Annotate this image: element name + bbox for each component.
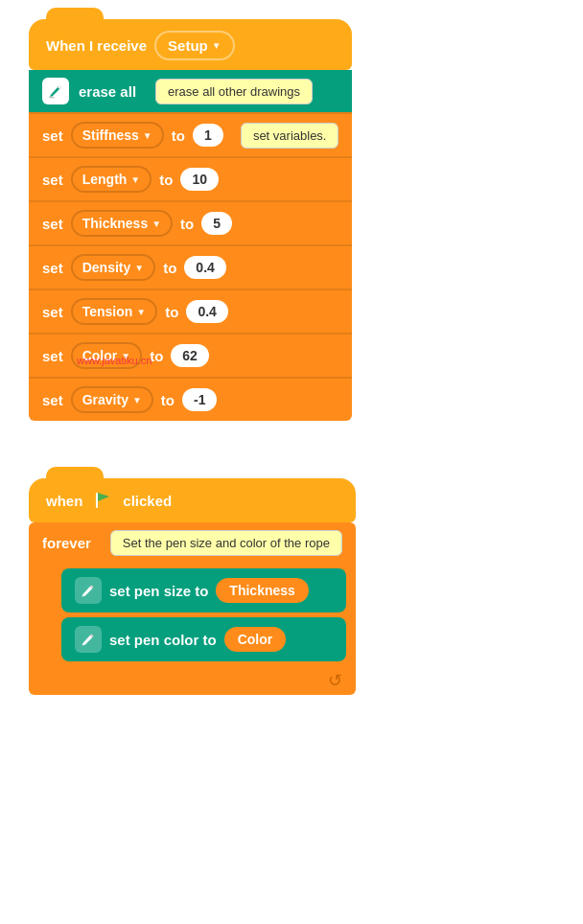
set-row-tension: set Tension ▼ to 0.4 [29, 289, 352, 333]
set-row-gravity: set Gravity ▼ to -1 [29, 377, 352, 421]
to-label-2: to [180, 216, 194, 232]
tooltip-stiffness: set variables. [241, 123, 339, 149]
pen-size-label: set pen size to [109, 583, 208, 599]
set-row-stiffness: set Stiffness ▼ to 1 set variables. [29, 112, 352, 156]
var-tension[interactable]: Tension ▼ [71, 298, 158, 325]
var-color[interactable]: Color ▼ [71, 342, 142, 369]
forever-footer: ↺ [29, 666, 356, 695]
forever-header: forever Set the pen size and color of th… [29, 522, 356, 564]
var-density[interactable]: Density ▼ [71, 254, 155, 281]
setup-caret: ▼ [212, 40, 222, 51]
var-color-pen[interactable]: Color [224, 627, 287, 652]
set-label-2: set [42, 216, 63, 232]
when-label: when [46, 493, 82, 509]
set-label-0: set [42, 127, 63, 144]
forever-block: forever Set the pen size and color of th… [29, 522, 356, 695]
set-label-1: set [42, 172, 63, 188]
set-label-5: set [42, 348, 63, 364]
pen-size-row: set pen size to Thickness [61, 568, 346, 612]
to-label-1: to [159, 172, 173, 188]
forever-tooltip: Set the pen size and color of the rope [110, 530, 342, 556]
value-thickness[interactable]: 5 [201, 212, 232, 235]
set-row-length: set Length ▼ to 10 [29, 156, 352, 200]
pen-color-row: set pen color to Color [61, 617, 346, 661]
hat-label: When I receive [46, 37, 147, 54]
svg-rect-0 [96, 493, 98, 508]
loop-arrow: ↺ [328, 670, 342, 691]
erase-all-row: erase all erase all other drawings [29, 70, 352, 112]
value-density[interactable]: 0.4 [184, 256, 225, 279]
forever-body: set pen size to Thickness set pen color … [29, 564, 356, 666]
var-gravity[interactable]: Gravity ▼ [71, 386, 153, 413]
setup-label: Setup [168, 37, 208, 54]
svg-marker-1 [98, 493, 109, 501]
set-row-color: set Color ▼ to 62 [29, 333, 352, 377]
to-label-3: to [163, 260, 176, 276]
pen-color-label: set pen color to [109, 632, 217, 648]
var-length[interactable]: Length ▼ [71, 166, 152, 193]
hat-block-receive: When I receive Setup ▼ [29, 19, 352, 70]
to-label-0: to [172, 127, 185, 144]
setup-dropdown[interactable]: Setup ▼ [154, 31, 235, 60]
set-label-4: set [42, 304, 63, 320]
set-label-6: set [42, 392, 63, 408]
var-thickness[interactable]: Thickness ▼ [71, 210, 173, 237]
hat-block-flag: when clicked [29, 478, 356, 522]
value-length[interactable]: 10 [180, 168, 219, 191]
green-flag-icon [92, 490, 113, 511]
var-thickness-pen[interactable]: Thickness [216, 578, 308, 603]
to-label-5: to [150, 348, 163, 364]
value-stiffness[interactable]: 1 [193, 124, 223, 147]
pen-icon-color [75, 626, 102, 653]
to-label-6: to [161, 392, 175, 408]
value-color[interactable]: 62 [171, 344, 209, 367]
set-label-3: set [42, 260, 63, 276]
erase-tooltip: erase all other drawings [155, 79, 313, 104]
value-tension[interactable]: 0.4 [186, 300, 227, 323]
var-stiffness[interactable]: Stiffness ▼ [71, 122, 164, 149]
erase-all-label: erase all [79, 83, 136, 100]
forever-label: forever [42, 535, 91, 551]
set-row-density: set Density ▼ to 0.4 [29, 244, 352, 289]
value-gravity[interactable]: -1 [182, 388, 217, 411]
pen-icon-size [75, 577, 102, 604]
clicked-label: clicked [123, 493, 172, 509]
set-row-thickness: set Thickness ▼ to 5 [29, 200, 352, 244]
to-label-4: to [165, 304, 178, 320]
pen-icon-erase [42, 78, 69, 104]
